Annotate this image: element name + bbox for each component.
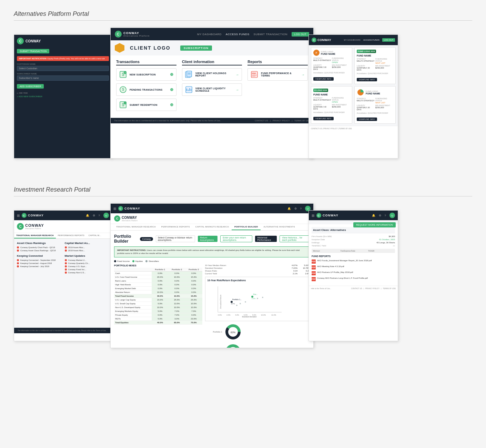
market-item-1[interactable]: Conway Market U... (65, 259, 109, 261)
row-p2[interactable]: 0.0% (169, 272, 185, 275)
row-p3[interactable]: 0.0% (185, 287, 202, 291)
row-p2[interactable]: 3.0% (169, 317, 185, 321)
row-p3[interactable]: 0.0% (185, 291, 202, 294)
help-icon-back[interactable]: ? (99, 214, 100, 217)
tab-capital-back[interactable]: CAPITAL M... (87, 233, 103, 238)
row-p2[interactable]: 0.0% (169, 291, 185, 294)
help-icon-portfolio[interactable]: ? (300, 207, 302, 210)
add-subscriber-btn-back[interactable]: ADD SUBSCRIBER (17, 84, 44, 89)
tab-traditional-back[interactable]: TRADITIONAL MANAGER RESEARCH (14, 233, 56, 238)
fund4-view-btn[interactable]: VIEWFUND INFO (357, 118, 377, 121)
historical-performance-btn[interactable]: Historical Performance (255, 236, 277, 242)
nav-submit-transaction[interactable]: SUBMIT TRANSACTION (253, 33, 287, 36)
row-p1[interactable]: 20.0% (152, 275, 169, 279)
tab-performance-back[interactable]: PERFORMANCE REPORTS (56, 233, 87, 238)
row-p3[interactable]: 0.0% (185, 283, 202, 287)
tab-traditional[interactable]: TRADITIONAL MANAGER RESEARCH (113, 224, 159, 230)
row-p1[interactable]: 0.0% (152, 272, 169, 275)
bell-icon-front[interactable]: 🔔 (372, 214, 375, 217)
report-item-1[interactable]: PDF AKO Funds_Investment Manager Report_… (312, 259, 395, 264)
row-p1[interactable]: 5.0% (152, 309, 169, 313)
user-icon-back[interactable]: U (103, 213, 109, 218)
row-p2[interactable]: 7.0% (169, 313, 185, 317)
market-item-3[interactable]: Conway U.S. Equi... (65, 265, 109, 267)
asset-item-2[interactable]: Conway Asset Class Rankings - Q3'18 (17, 250, 61, 252)
add-subscription-btn[interactable]: SUBMIT TRANSACTION (17, 49, 49, 53)
settings-icon-front[interactable]: ⚙ (379, 214, 381, 217)
view-historical-btn[interactable]: View historica... for each portfolio (280, 235, 310, 242)
user-icon-front[interactable]: U (389, 213, 395, 218)
row-p2[interactable]: 7.0% (169, 309, 185, 313)
add-new-subscriber-link[interactable]: + ADD NEW SUBSCRIBER (17, 95, 109, 98)
row-p2[interactable]: 0.0% (169, 279, 185, 283)
keeping-item-3[interactable]: Keeping Connected - July 2018 (17, 265, 61, 267)
market-item-4[interactable]: Conway Fixed Inc... (65, 268, 109, 271)
row-p2[interactable]: 10.0% (169, 306, 185, 309)
custodian-input-back[interactable]: Select Custodian (17, 66, 109, 71)
row-p1[interactable]: 0.0% (152, 279, 169, 283)
tab-alt-investments[interactable]: ALTERNATIVE INVESTMENTS (261, 224, 297, 230)
footer-terms-mid[interactable]: TERMS OF USE (294, 120, 310, 122)
nav-dashboard[interactable]: MY DASHBOARD (197, 33, 222, 36)
row-p3[interactable]: 7.0% (185, 309, 202, 313)
enter-return-btn[interactable]: Enter your own return assumptions. (220, 235, 252, 242)
request-more-btn[interactable]: REQUEST MORE INFORMATION (353, 222, 396, 227)
row-p1[interactable]: 10.0% (152, 306, 169, 309)
fund-logout[interactable]: LOG OUT (382, 38, 395, 42)
row-p3[interactable]: 10.0% (185, 302, 202, 306)
fund3-view-btn[interactable]: VIEWFUND INFO (313, 117, 334, 120)
settings-icon-back[interactable]: ⚙ (93, 214, 95, 217)
row-p3[interactable]: 0.0% (185, 313, 202, 317)
pending-transactions-item[interactable]: $ PENDING TRANSACTIONS ⊕ (116, 83, 176, 96)
row-p1[interactable]: 0.0% (152, 313, 169, 317)
footer-contact-mid[interactable]: CONTACT US (255, 120, 268, 122)
subscriber-input-back[interactable]: Subscriber's name (17, 75, 109, 81)
row-p1[interactable]: 10.0% (152, 291, 169, 294)
row-p3[interactable]: 15.0% (185, 275, 202, 279)
keeping-item-2[interactable]: Keeping Connected - August 2018 (17, 262, 61, 264)
tab-portfolio-builder[interactable]: PORTFOLIO BUILDER (232, 224, 261, 230)
submit-redemption-item[interactable]: $ ↑ SUBMIT REDEMPTION ⊕ (116, 99, 176, 111)
fund2-view-btn[interactable]: VIEWFUND INFO (357, 78, 377, 81)
fund-nav-access[interactable]: ACCESS FUNDS (363, 39, 379, 41)
market-item-5[interactable]: Conway Non-U.S... (65, 272, 109, 274)
keeping-item-1[interactable]: Keeping Connected - September 2018 (17, 259, 61, 261)
capital-item-2[interactable]: 2018 Asset Alloc... (65, 250, 109, 252)
portfolio-advisor-select[interactable]: Select Conway or Advisor return assumpti… (156, 235, 195, 242)
row-p3[interactable]: 25.0% (185, 298, 202, 302)
logout-btn-mid[interactable]: LOG OUT (292, 32, 309, 37)
settings-icon-portfolio[interactable]: ⚙ (294, 207, 297, 210)
footer-privacy-mid[interactable]: PRIVACY POLICY (273, 120, 290, 122)
fund-performance-item[interactable]: PDF FUND PERFORMANCE & TERMS → (247, 68, 308, 81)
report-item-4[interactable]: PDF Conway AKO Partners Long-Short L.P. … (312, 277, 395, 281)
report-item-2[interactable]: PDF AKO Meeting Note 4.5.18.pdf (312, 265, 395, 269)
nav-access-funds[interactable]: ACCESS FUNDS (226, 33, 250, 36)
liquidity-item[interactable]: VIEW CLIENT LIQUIDITY SCHEDULE → (182, 83, 242, 96)
row-p1[interactable]: 5.0% (152, 302, 169, 306)
row-p2[interactable]: 0.0% (169, 287, 185, 291)
asset-item-1[interactable]: Conway Quarterly Chart Pack - Q3'18 (17, 246, 61, 248)
tab-performance[interactable]: PERFORMANCE REPORTS (159, 224, 193, 230)
row-p1[interactable]: 5.0% (152, 317, 169, 321)
row-p2[interactable]: 10.0% (169, 275, 185, 279)
tab-capital-markets[interactable]: CAPITAL MARKETS RESEARCH (193, 224, 232, 230)
bell-icon-portfolio[interactable]: 🔔 (287, 207, 291, 210)
subscription-tag[interactable]: SubscRiption (180, 45, 212, 51)
row-p3[interactable]: 10.0% (185, 306, 202, 309)
fund-nav-dashboard[interactable]: MY DASHBOARD (344, 39, 361, 41)
report-item-3[interactable]: PDF AKO Partners LP Profile_May 2018.pdf (312, 271, 395, 275)
capital-item-1[interactable]: 2019 Asset Alloc... (65, 246, 109, 248)
market-item-2[interactable]: Conway Quarterly Ch... (65, 262, 109, 264)
bell-icon-back[interactable]: 🔔 (86, 214, 89, 217)
row-p1[interactable]: 0.0% (152, 283, 169, 287)
row-p1[interactable]: 0.0% (152, 287, 169, 291)
row-p3[interactable]: 0.0% (185, 279, 202, 283)
row-p1[interactable]: 15.0% (152, 298, 169, 302)
row-p3[interactable]: 0.0% (185, 272, 202, 275)
return-assumptions-btn[interactable]: Return Assumptions (198, 236, 217, 242)
help-icon-front[interactable]: ? (385, 214, 386, 217)
row-p2[interactable]: 0.0% (169, 283, 185, 287)
row-p2[interactable]: 13.0% (169, 302, 185, 306)
row-p2[interactable]: 25.0% (169, 298, 185, 302)
fund1-view-btn[interactable]: VIEWFUND INFO (313, 77, 334, 81)
